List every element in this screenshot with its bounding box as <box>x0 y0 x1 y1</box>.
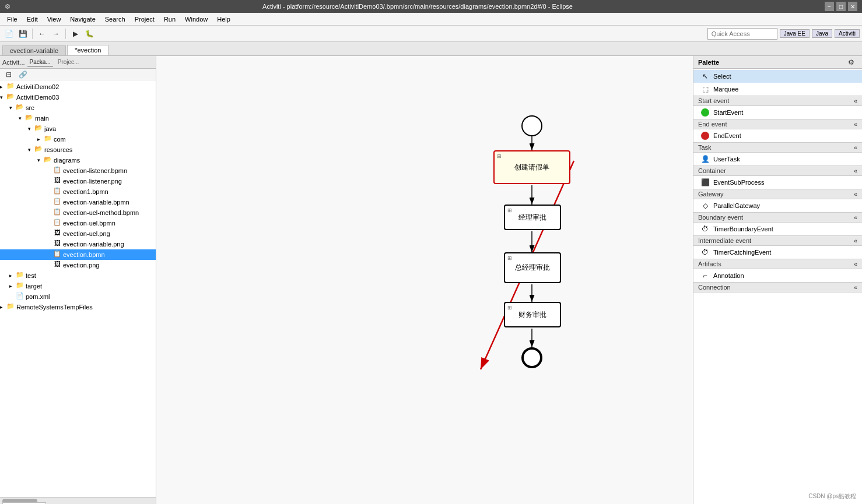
menu-item-help[interactable]: Help <box>212 15 235 24</box>
tree-item-6[interactable]: ▾📂resources <box>0 144 156 155</box>
tree-item-5[interactable]: ▸📁com <box>0 134 156 144</box>
menu-item-run[interactable]: Run <box>159 15 180 24</box>
palette-section-boundary-event[interactable]: Boundary event « <box>693 212 862 223</box>
palette-item-end-event[interactable]: EndEvent <box>693 129 862 142</box>
tree-item-18[interactable]: ▸📁test <box>0 270 156 281</box>
tree-item-14[interactable]: 🖼evection-uel.png <box>0 228 156 239</box>
minimize-button[interactable]: − <box>825 2 834 11</box>
tab-evection-variable[interactable]: evection-variable <box>2 45 66 55</box>
tree-item-16[interactable]: 📋evection.bpmn <box>0 249 156 260</box>
task2-label: 经理审批 <box>518 213 546 223</box>
tree-icon-folder: 📂 <box>15 103 24 112</box>
menu-item-file[interactable]: File <box>2 15 22 24</box>
run-button[interactable]: ▶ <box>69 27 82 40</box>
tree-item-13[interactable]: 📋evection-uel.bpmn <box>0 218 156 228</box>
palette-section-container[interactable]: Container « <box>693 165 862 176</box>
tree-icon-folder: 📁 <box>43 135 52 144</box>
back-button[interactable]: ← <box>36 27 48 40</box>
tree-item-8[interactable]: 📋evection-listener.bpmn <box>0 165 156 176</box>
tree-item-7[interactable]: ▾📂diagrams <box>0 155 156 165</box>
tree-icon-folder: 📁 <box>6 302 15 312</box>
project-tree: ▸📁ActivitiDemo02▾📂ActivitiDemo03▾📂src▾📂m… <box>0 80 156 497</box>
start-event[interactable] <box>521 115 542 136</box>
quick-access-input[interactable] <box>707 28 777 40</box>
palette-section-intermediate-event[interactable]: Intermediate event « <box>693 235 862 246</box>
palette-section-task[interactable]: Task « <box>693 142 862 153</box>
tree-item-2[interactable]: ▾📂src <box>0 103 156 113</box>
editor-tabbar: evection-variable *evection <box>0 42 862 56</box>
maximize-button[interactable]: □ <box>836 2 846 11</box>
menu-item-navigate[interactable]: Navigate <box>65 15 100 24</box>
tree-item-20[interactable]: 📄pom.xml <box>0 291 156 302</box>
tree-item-12[interactable]: 📋evection-uel-method.bpmn <box>0 207 156 218</box>
end-event[interactable] <box>521 347 542 368</box>
debug-button[interactable]: 🐛 <box>83 27 96 40</box>
palette-item-select[interactable]: ↖ Select <box>693 70 862 83</box>
tab-evection[interactable]: *evection <box>67 45 108 55</box>
tree-item-19[interactable]: ▸📁target <box>0 281 156 291</box>
palette-item-event-subprocess[interactable]: ⬛ EventSubProcess <box>693 176 862 189</box>
palette-section-gateway-label: Gateway <box>698 191 723 198</box>
tree-item-21[interactable]: ▸📁RemoteSystemsTempFiles <box>0 302 156 312</box>
diagram-area[interactable]: ⊞ 创建请假单 ⊞ 经理审批 ⊞ 总经理审批 ⊞ 财务审批 <box>156 56 693 504</box>
task-gm-approve[interactable]: ⊞ 总经理审批 <box>504 252 561 283</box>
palette-item-user-task-label: UserTask <box>713 156 740 163</box>
palette-section-end-event[interactable]: End event « <box>693 119 862 129</box>
tree-arrow: ▾ <box>28 126 34 132</box>
palette-section-connection-label: Connection <box>698 284 731 291</box>
palette-section-end-toggle: « <box>854 121 857 128</box>
palette-item-marquee-label: Marquee <box>713 86 738 93</box>
close-button[interactable]: ✕ <box>848 2 857 11</box>
menu-item-view[interactable]: View <box>43 15 66 24</box>
collapse-all-button[interactable]: ⊟ <box>2 68 15 81</box>
palette-item-timer-boundary[interactable]: ⏱ TimerBoundaryEvent <box>693 223 862 235</box>
tree-item-4[interactable]: ▾📂java <box>0 124 156 134</box>
palette-item-user-task[interactable]: 👤 UserTask <box>693 153 862 165</box>
palette-section-gateway[interactable]: Gateway « <box>693 189 862 199</box>
tree-item-9[interactable]: 🖼evection-listener.png <box>0 176 156 186</box>
palette-item-start-event[interactable]: StartEvent <box>693 106 862 119</box>
task1-label: 创建请假单 <box>514 163 549 172</box>
timer-boundary-icon: ⏱ <box>700 224 710 234</box>
save-button[interactable]: 💾 <box>16 27 29 40</box>
tree-item-10[interactable]: 📋evection1.bpmn <box>0 186 156 197</box>
palette-item-timer-catching[interactable]: ⏱ TimerCatchingEvent <box>693 246 862 259</box>
palette-item-parallel-gateway[interactable]: ◇ ParallelGateway <box>693 199 862 212</box>
tree-label: evection-listener.bpmn <box>63 167 127 174</box>
menu-item-project[interactable]: Project <box>130 15 159 24</box>
palette-section-connection[interactable]: Connection « <box>693 282 862 292</box>
menu-item-window[interactable]: Window <box>180 15 212 24</box>
menu-item-edit[interactable]: Edit <box>22 15 43 24</box>
tree-icon-file-img: 🖼 <box>52 177 62 186</box>
tree-item-15[interactable]: 🖼evection-variable.png <box>0 239 156 249</box>
tree-label: src <box>26 104 34 111</box>
forward-button[interactable]: → <box>50 27 62 40</box>
perspective-java-ee[interactable]: Java EE <box>780 29 810 38</box>
palette-item-parallel-gateway-label: ParallelGateway <box>713 202 760 209</box>
tree-item-1[interactable]: ▾📂ActivitiDemo03 <box>0 92 156 103</box>
panel-tab-packages[interactable]: Packa... <box>27 58 53 66</box>
palette-section-start-event[interactable]: Start event « <box>693 96 862 106</box>
perspective-java[interactable]: Java <box>812 29 832 38</box>
tree-label: diagrams <box>54 157 80 164</box>
link-editor-button[interactable]: 🔗 <box>16 68 29 81</box>
tree-label: resources <box>44 146 72 153</box>
toolbar: 📄 💾 ← → ▶ 🐛 Java EE Java Activiti <box>0 26 862 42</box>
palette-section-artifacts[interactable]: Artifacts « <box>693 259 862 269</box>
panel-tab-projects[interactable]: Projec... <box>55 58 82 66</box>
tree-item-11[interactable]: 📋evection-variable.bpmn <box>0 197 156 207</box>
tree-label: pom.xml <box>26 293 50 300</box>
tree-item-3[interactable]: ▾📂main <box>0 113 156 124</box>
tree-arrow: ▸ <box>9 283 15 289</box>
palette-item-marquee[interactable]: ⬚ Marquee <box>693 83 862 96</box>
palette-item-annotation[interactable]: ⌐ Annotation <box>693 269 862 282</box>
task-create-leave[interactable]: ⊞ 创建请假单 <box>493 150 570 184</box>
tree-item-17[interactable]: 🖼evection.png <box>0 260 156 270</box>
perspective-activiti[interactable]: Activiti <box>835 29 860 38</box>
task-finance-approve[interactable]: ⊞ 财务审批 <box>504 302 561 327</box>
new-button[interactable]: 📄 <box>2 27 15 40</box>
tree-item-0[interactable]: ▸📁ActivitiDemo02 <box>0 82 156 92</box>
menu-item-search[interactable]: Search <box>100 15 130 24</box>
palette-settings-button[interactable]: ⚙ <box>845 56 857 69</box>
task-manager-approve[interactable]: ⊞ 经理审批 <box>504 205 561 230</box>
